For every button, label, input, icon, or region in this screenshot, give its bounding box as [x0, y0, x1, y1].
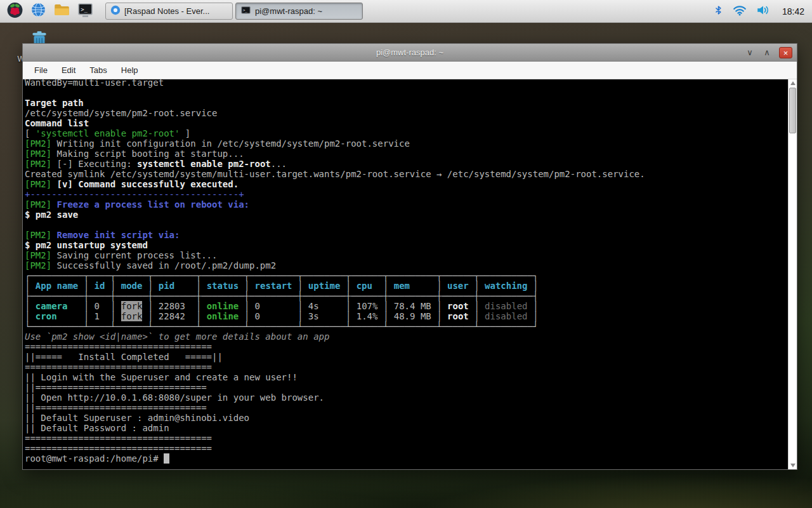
terminal-line: /etc/systemd/system/pm2-root.service [25, 108, 787, 118]
terminal-line: [PM2] Saving current process list... [25, 250, 787, 260]
terminal-menubar: File Edit Tabs Help [23, 62, 797, 79]
taskbar-clock[interactable]: 18:42 [780, 6, 804, 17]
task-button-list: [Raspad Notes - Ever... >_ pi@mwt-raspad… [105, 3, 363, 20]
window-controls: ∨ ∧ × [745, 44, 792, 61]
terminal-line: || Default Superuser : admin@shinobi.vid… [25, 413, 787, 423]
terminal-line: || Default Password : admin [25, 423, 787, 433]
terminal-line: │ camera │ 0 │ fork │ 22803 │ online │ 0… [25, 301, 787, 311]
task-button-raspad-notes[interactable]: [Raspad Notes - Ever... [105, 3, 233, 20]
terminal-icon: >_ [240, 5, 251, 18]
terminal-line: =================================== [25, 443, 787, 453]
terminal-line: └──────────┴────┴──────┴────────┴───────… [25, 321, 787, 331]
notes-app-icon [110, 5, 121, 17]
terminal-line: root@mwt-raspad:/home/pi# [25, 453, 787, 464]
terminal-line: Command list [25, 118, 787, 128]
taskbar: >_ [Raspad Notes - Ever... >_ [0, 0, 812, 23]
terminal-line: ||================================ [25, 382, 787, 392]
terminal-line: │ cron │ 1 │ fork │ 22842 │ online │ 0 │… [25, 311, 787, 321]
bluetooth-icon[interactable] [714, 4, 723, 18]
terminal-line: WantedBy=multi-user.target [25, 79, 787, 88]
terminal-line: =================================== [25, 433, 787, 443]
applications-menu-button[interactable] [5, 2, 24, 21]
raspberry-pi-menu-icon [6, 1, 23, 21]
menu-tabs[interactable]: Tabs [83, 63, 113, 77]
wifi-icon[interactable] [733, 4, 747, 18]
terminal-line [25, 220, 787, 230]
terminal-line: Target path [25, 98, 787, 108]
task-button-label: pi@mwt-raspad: ~ [255, 6, 322, 16]
terminal-line: Use `pm2 show <id|name>` to get more det… [25, 331, 787, 342]
svg-text:>_: >_ [81, 6, 88, 13]
terminal-line: Created symlink /etc/systemd/system/mult… [25, 169, 787, 179]
globe-icon [30, 2, 46, 20]
terminal-line: [PM2] Freeze a process list on reboot vi… [25, 199, 787, 210]
terminal-output: WantedBy=multi-user.target Target path/e… [25, 79, 787, 469]
terminal-window: pi@mwt-raspad: ~ ∨ ∧ × File Edit Tabs He… [22, 43, 797, 470]
terminal-line: [ 'systemctl enable pm2-root' ] [25, 128, 787, 138]
minimize-button[interactable]: ∨ [745, 47, 755, 58]
terminal-line: =================================== [25, 342, 787, 352]
terminal-line: [PM2] Successfully saved in /root/.pm2/d… [25, 260, 787, 271]
terminal-line: ||===== Install Completed =====|| [25, 352, 787, 362]
folder-icon [53, 1, 70, 21]
svg-text:>_: >_ [243, 8, 247, 13]
terminal-line: || Open http://10.0.1.68:8080/super in y… [25, 392, 787, 403]
task-button-terminal[interactable]: >_ pi@mwt-raspad: ~ [235, 3, 363, 20]
terminal-line: [PM2] Remove init script via: [25, 230, 787, 240]
terminal-launcher[interactable]: >_ [75, 2, 95, 21]
terminal-line: [PM2] Writing init configuration in /etc… [25, 138, 787, 149]
system-tray: 18:42 [714, 4, 807, 18]
terminal-line: || Login with the Superuser and create a… [25, 372, 787, 382]
terminal-line: [PM2] [v] Command successfully executed. [25, 179, 787, 189]
menu-file[interactable]: File [28, 63, 54, 77]
terminal-line: =================================== [25, 362, 787, 372]
window-titlebar[interactable]: pi@mwt-raspad: ~ ∨ ∧ × [23, 44, 797, 62]
terminal-line: $ pm2 unstartup systemd [25, 240, 787, 250]
terminal-line: ┌──────────┬────┬──────┬────────┬───────… [25, 271, 787, 281]
terminal-line: │ App name │ id │ mode │ pid │ status │ … [25, 281, 787, 291]
terminal-line: [PM2] [-] Executing: systemctl enable pm… [25, 159, 787, 169]
scrollbar-thumb[interactable] [789, 88, 796, 133]
scroll-up-arrow-icon[interactable] [790, 81, 796, 85]
menu-edit[interactable]: Edit [55, 63, 82, 77]
maximize-button[interactable]: ∧ [762, 47, 772, 58]
close-button[interactable]: × [779, 47, 792, 58]
terminal-viewport[interactable]: WantedBy=multi-user.target Target path/e… [23, 79, 797, 469]
terminal-line [25, 88, 787, 98]
terminal-icon: >_ [77, 1, 94, 21]
terminal-line: +---------------------------------------… [25, 189, 787, 199]
web-browser-launcher[interactable] [29, 2, 48, 21]
terminal-scrollbar[interactable] [788, 79, 797, 469]
terminal-line: [PM2] Making script booting at startup..… [25, 149, 787, 159]
menu-help[interactable]: Help [115, 63, 145, 77]
terminal-line: ||================================ [25, 403, 787, 413]
file-manager-launcher[interactable] [52, 2, 71, 21]
volume-icon[interactable] [756, 4, 770, 18]
scroll-down-arrow-icon[interactable] [790, 464, 796, 467]
window-title: pi@mwt-raspad: ~ [23, 48, 797, 57]
task-button-label: [Raspad Notes - Ever... [124, 6, 209, 16]
terminal-line: $ pm2 save [25, 210, 787, 220]
terminal-line: ├──────────┼────┼──────┼────────┼───────… [25, 291, 787, 301]
